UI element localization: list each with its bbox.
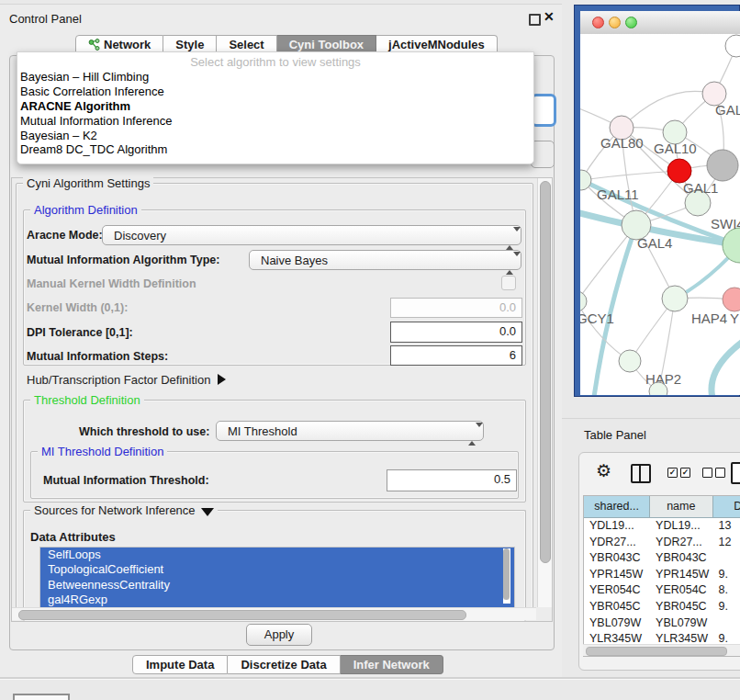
network-node-hap2[interactable] <box>619 350 641 372</box>
tab-select-label: Select <box>229 38 263 51</box>
table-cell: YPR145W <box>584 567 650 583</box>
scrollbar-thumb[interactable] <box>503 548 510 600</box>
tab-infer-network[interactable]: Infer Network <box>341 655 443 674</box>
algorithm-definition-title: Algorithm Definition <box>30 203 141 217</box>
close-traffic-light-icon[interactable] <box>592 17 604 28</box>
mi-threshold-field[interactable]: 0.5 <box>387 469 517 491</box>
network-node-gal11[interactable] <box>580 170 591 190</box>
unchecked-checkbox-icon[interactable] <box>702 468 712 478</box>
mi-type-combobox[interactable]: Naive Bayes <box>249 250 521 270</box>
table-header-row: shared...nameD <box>584 496 740 518</box>
table-cell: YBR045C <box>650 599 712 615</box>
hub-definition-label: Hub/Transcription Factor Definition <box>27 373 210 387</box>
table-row[interactable]: YBR043CYBR043C <box>584 550 740 567</box>
algorithm-dropdown-list: Select algorithm to view settings Bayesi… <box>17 51 534 164</box>
network-node[interactable] <box>707 150 738 181</box>
close-icon[interactable]: ✕ <box>544 9 555 24</box>
table-column-header[interactable]: D <box>713 496 740 517</box>
scrollbar-thumb[interactable] <box>586 647 727 656</box>
algorithm-option[interactable]: Dream8 DC_TDC Algorithm <box>17 142 533 157</box>
checked-checkbox-icon[interactable]: ✓ <box>680 468 690 478</box>
algorithm-option[interactable]: ARACNE Algorithm <box>17 99 533 114</box>
hub-definition-toggle[interactable]: Hub/Transcription Factor Definition <box>27 373 226 387</box>
node-table[interactable]: shared...nameD YDL19...YDL19...13YDR27..… <box>583 495 740 657</box>
tab-impute-data[interactable]: Impute Data <box>132 655 228 674</box>
network-canvas[interactable]: GALGAL80GAL10GAL1GAL11SWI4GAL4GCY1HAP4YH… <box>580 34 740 395</box>
table-cell: YBL079W <box>584 615 650 632</box>
network-node-hap4[interactable] <box>662 286 688 311</box>
attribute-list-item[interactable]: TopologicalCoefficient <box>40 562 514 577</box>
table-column-header[interactable]: name <box>650 496 712 517</box>
algorithm-dropdown-items: Bayesian – Hill ClimbingBasic Correlatio… <box>17 70 533 157</box>
algorithm-option[interactable]: Mutual Information Inference <box>17 114 533 129</box>
table-column-header[interactable]: shared... <box>584 496 650 517</box>
apply-button[interactable]: Apply <box>246 624 312 646</box>
algorithm-option[interactable]: Basic Correlation Inference <box>17 85 533 99</box>
network-node-y[interactable] <box>723 288 740 311</box>
kernel-width-field[interactable]: 0.0 <box>390 298 522 318</box>
tab-network-label: Network <box>104 38 151 51</box>
table-row[interactable]: YDR27...YDR27...12 <box>584 535 740 551</box>
network-edge[interactable] <box>712 341 740 395</box>
tab-discretize-data[interactable]: Discretize Data <box>228 655 340 674</box>
scrollbar-thumb[interactable] <box>18 610 466 620</box>
network-node[interactable] <box>725 35 740 57</box>
checked-checkbox-icon[interactable]: ✓ <box>667 468 678 478</box>
table-row[interactable]: YBR045CYBR045C9. <box>584 599 740 615</box>
table-panel-title: Table Panel <box>584 428 646 442</box>
table-row[interactable]: YPR145WYPR145W9. <box>584 567 740 583</box>
tab-cyni-toolbox-label: Cyni Toolbox <box>289 38 364 51</box>
data-attributes-list[interactable]: SelfLoopsTopologicalCoefficientBetweenne… <box>39 547 515 609</box>
table-horizontal-scrollbar[interactable] <box>583 644 740 656</box>
sources-group-title[interactable]: Sources for Network Inference <box>30 503 218 517</box>
float-window-icon[interactable] <box>529 14 541 26</box>
gear-icon[interactable]: ⚙ <box>596 460 611 481</box>
table-panel-divider <box>562 418 740 419</box>
hidden-combobox-fragment <box>531 94 556 127</box>
settings-horizontal-scrollbar[interactable] <box>12 607 536 620</box>
network-node-label: SWI4 <box>711 216 740 231</box>
page-icon[interactable] <box>731 462 740 484</box>
algorithm-option[interactable]: Bayesian – K2 <box>17 129 533 143</box>
mi-steps-field[interactable]: 6 <box>390 345 522 366</box>
zoom-traffic-light-icon[interactable] <box>625 17 637 28</box>
panel-divider <box>0 677 740 680</box>
table-cell: 13 <box>712 518 740 535</box>
table-row[interactable]: YBL079WYBL079W <box>584 615 740 632</box>
threshold-definition-title: Threshold Definition <box>30 393 144 407</box>
aracne-mode-combobox[interactable]: Discovery <box>102 225 521 245</box>
data-attributes-label: Data Attributes <box>30 530 116 544</box>
table-cell: YBR043C <box>584 550 650 567</box>
network-view-window[interactable]: GALGAL80GAL10GAL1GAL11SWI4GAL4GCY1HAP4YH… <box>574 5 740 397</box>
attribute-list-item[interactable]: SelfLoops <box>40 548 514 562</box>
network-node-swi4[interactable] <box>723 228 740 263</box>
table-row[interactable]: YDL19...YDL19...13 <box>584 518 740 535</box>
table-cell: YDL19... <box>584 518 650 535</box>
spinner-arrows-icon <box>506 229 515 249</box>
network-edge[interactable] <box>581 171 679 180</box>
table-panel: ⚙ ✓ ✓ shared...nameD YDL19...YDL19...13Y… <box>578 452 740 671</box>
settings-vertical-scrollbar[interactable] <box>537 178 552 607</box>
manual-kernel-checkbox[interactable] <box>501 276 516 290</box>
which-threshold-combobox[interactable]: MI Threshold <box>216 421 484 441</box>
attribute-list-item[interactable]: BetweennessCentrality <box>40 578 514 593</box>
algorithm-option[interactable]: Bayesian – Hill Climbing <box>17 70 533 85</box>
which-threshold-value: MI Threshold <box>228 424 297 438</box>
tab-style-label: Style <box>175 38 204 51</box>
attribute-list-item[interactable]: gal4RGexp <box>40 593 514 607</box>
columns-icon[interactable] <box>631 464 651 483</box>
scrollbar-thumb[interactable] <box>540 181 551 563</box>
attribute-list-scrollbar[interactable] <box>503 548 510 604</box>
dpi-tolerance-field[interactable]: 0.0 <box>390 322 522 343</box>
minimize-traffic-light-icon[interactable] <box>609 17 621 28</box>
table-cell: YDR27... <box>584 535 650 551</box>
table-cell: 8. <box>712 582 740 599</box>
network-window-titlebar[interactable] <box>580 11 740 35</box>
unchecked-checkbox-icon[interactable] <box>715 468 725 478</box>
table-cell: YBR045C <box>584 599 650 615</box>
kernel-width-label: Kernel Width (0,1): <box>27 301 128 314</box>
control-panel-title: Control Panel <box>9 12 82 26</box>
table-row[interactable]: YER054CYER054C8. <box>584 582 740 599</box>
network-node-gcy1[interactable] <box>580 291 587 311</box>
aracne-mode-label: Aracne Mode: <box>27 229 103 242</box>
